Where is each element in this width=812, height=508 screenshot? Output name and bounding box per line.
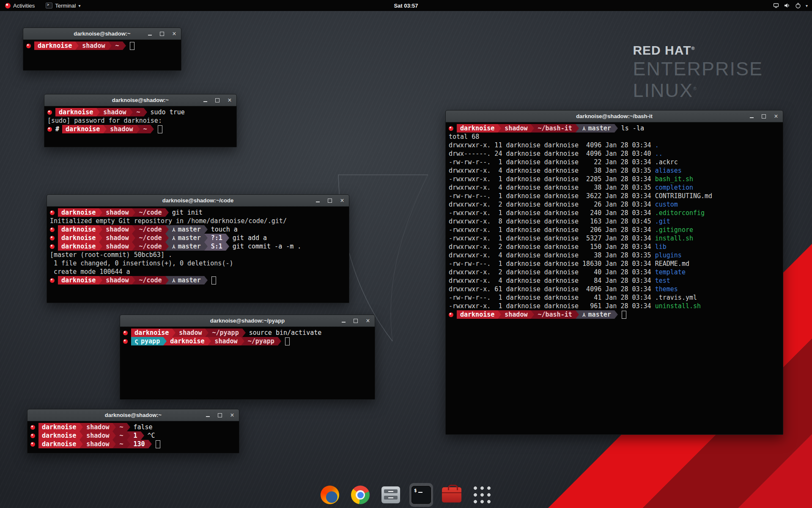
powerline-separator-icon [75,41,79,50]
redhat-icon [50,278,55,283]
app-menu[interactable]: > Terminal ▾ [44,0,82,11]
window-titlebar[interactable]: darknoise@shadow:~/bash-it× [446,110,783,122]
prompt-segment-user: darknoise [58,208,99,217]
window-controls: × [315,195,345,206]
powerline-separator-icon [205,329,208,337]
minimize-button[interactable] [749,113,754,119]
prompt-segment-host: shadow [100,108,129,116]
maximize-icon [328,199,332,203]
minimize-button[interactable] [147,31,153,37]
output-text: [sudo] password for darknoise: [47,117,162,124]
window-titlebar[interactable]: darknoise@shadow:~× [44,94,236,106]
activities-button[interactable]: Activities [3,0,36,11]
segment-text: shadow [86,423,109,431]
minimize-button[interactable] [315,198,321,204]
terminal-window: darknoise@shadow:~/bash-it×darknoiseshad… [445,110,783,435]
file-name: themes [655,285,678,293]
redhat-icon [123,339,128,344]
terminal-screen[interactable]: darknoiseshadow~/codegit initInitialized… [47,207,349,303]
powerline-separator-icon [80,431,83,440]
terminal-screen[interactable]: darknoiseshadow~sudo true[sudo] password… [44,106,236,147]
prompt-segment-user: darknoise [58,225,99,234]
terminal-line: Initialized empty Git repository in /hom… [50,217,346,225]
git-branch-icon: Y [172,277,176,284]
minimize-button[interactable] [205,412,211,418]
dock-item-files[interactable] [379,483,403,507]
command-text: git init [169,209,203,216]
dock-item-firefox[interactable] [318,483,342,507]
window-titlebar[interactable]: darknoise@shadow:~/code× [47,195,349,207]
powerline-separator-icon [165,208,169,217]
volume-icon [784,2,790,9]
terminal-window: darknoise@shadow:~/pyapp×darknoiseshadow… [120,315,375,400]
terminal-app-icon: > [46,3,52,8]
dock-item-toolbox[interactable] [440,483,464,507]
ls-row-columns: drwxrwxr-x. 2 darknoise darknoise 40 Jan… [449,268,655,276]
minimize-button[interactable] [340,318,346,324]
dock-item-chrome[interactable] [348,483,372,507]
terminal-line: drwxrwxr-x. 2 darknoise darknoise 40 Jan… [449,268,780,276]
powerline-separator-icon [99,234,102,242]
terminal-screen[interactable]: darknoiseshadow~ [23,40,181,71]
close-button[interactable]: × [339,198,345,204]
maximize-button[interactable] [217,412,223,418]
powerline-separator-icon [208,337,211,345]
terminal-line: darknoiseshadow~1^C [30,431,236,440]
terminal-screen[interactable]: darknoiseshadow~/bash-itYmasterls -latot… [446,122,783,435]
close-button[interactable]: × [365,318,371,324]
segment-text: master [588,311,611,318]
segment-text: ~ [115,42,119,50]
terminal-screen[interactable]: darknoiseshadow~/pyappsource bin/activat… [120,327,375,400]
maximize-button[interactable] [214,97,220,103]
close-button[interactable]: × [229,412,235,418]
window-titlebar[interactable]: darknoise@shadow:~/pyapp× [120,315,375,327]
close-button[interactable]: × [773,113,779,119]
segment-text: master [178,243,200,250]
ls-row-columns: -rwxrwxr-x. 1 darknoise darknoise 5327 J… [449,235,655,242]
maximize-button[interactable] [353,318,359,324]
ls-row-columns: -rwxrwxr-x. 1 darknoise darknoise 2205 J… [449,175,655,183]
ls-row-columns: drwxrwxr-x. 4 darknoise darknoise 84 Jan… [449,277,655,284]
ls-row-columns: drwxrwxr-x. 2 darknoise darknoise 26 Jan… [449,201,655,208]
ls-row-columns: -rw-rw-r--. 1 darknoise darknoise 22 Jan… [449,158,655,166]
window-controls: × [147,28,177,39]
ls-row-columns: drwxrwxr-x. 11 darknoise darknoise 4096 … [449,141,655,149]
terminal-line: -rwxrwxr-x. 1 darknoise darknoise 961 Ja… [449,302,780,310]
close-button[interactable]: × [227,97,233,103]
segment-text: ~ [136,108,140,116]
dock-item-terminal[interactable]: $ [409,483,433,507]
terminal-line: drwxrwxr-x. 11 darknoise darknoise 4096 … [449,141,780,149]
segment-text: shadow [179,329,202,337]
powerline-separator-icon [148,440,152,448]
prompt-segment-git: Ymaster [169,234,204,242]
file-name: CONTRIBUTING.md [655,192,712,200]
segment-text: shadow [110,125,133,133]
dock-item-app-grid[interactable] [470,483,494,507]
file-name: .editorconfig [655,209,705,217]
top-bar-left: Activities > Terminal ▾ [3,0,82,11]
segment-text: shadow [214,337,237,345]
system-status-area[interactable]: ▾ [771,0,809,11]
terminal-window: darknoise@shadow:~×darknoiseshadow~sudo … [44,94,237,147]
minimize-button[interactable] [202,97,208,103]
terminal-line: drwxrwxr-x. 8 darknoise darknoise 163 Ja… [449,217,780,226]
window-titlebar[interactable]: darknoise@shadow:~× [27,409,239,421]
close-button[interactable]: × [171,31,177,37]
ls-row-columns: drwxrwxr-x. 61 darknoise darknoise 4096 … [449,285,655,293]
maximize-button[interactable] [327,198,333,204]
segment-text: pyapp [141,337,160,345]
ls-row-columns: drwxrwxr-x. 4 darknoise darknoise 38 Jan… [449,184,655,191]
window-titlebar[interactable]: darknoise@shadow:~× [23,28,181,40]
maximize-button[interactable] [159,31,165,37]
redhat-icon [30,442,35,447]
segment-text: 130 [134,440,145,448]
terminal-line: #darknoiseshadow~ [47,125,233,133]
terminal-line: darknoiseshadow~/bash-itYmasterls -la [449,124,780,133]
clock[interactable]: Sat 03:57 [394,3,418,9]
maximize-button[interactable] [761,113,767,119]
prompt-segment-host: shadow [83,440,112,448]
toolbox-icon [442,487,461,502]
prompt-segment-path: ~ [116,431,126,440]
terminal-screen[interactable]: darknoiseshadow~falsedarknoiseshadow~1^C… [27,421,239,453]
segment-text: ~/code [139,276,162,284]
